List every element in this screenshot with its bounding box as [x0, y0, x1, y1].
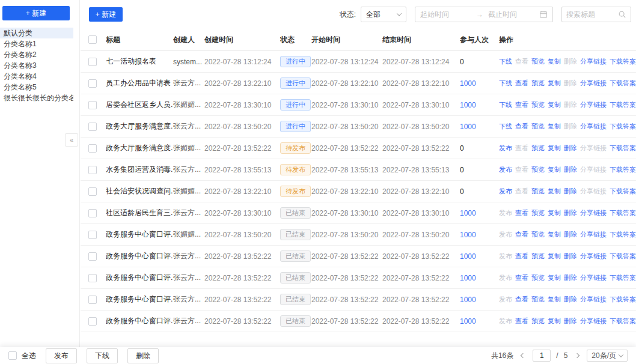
action-copy[interactable]: 复制: [548, 187, 561, 195]
row-checkbox[interactable]: [88, 166, 97, 174]
action-view[interactable]: 查看: [515, 209, 528, 216]
action-view[interactable]: 查看: [515, 296, 528, 303]
page-size-select[interactable]: 20条/页: [587, 350, 628, 362]
sidebar-item-category[interactable]: 分类名称2: [0, 49, 73, 60]
current-page-input[interactable]: 1: [533, 350, 551, 362]
participants-count[interactable]: 1000: [460, 101, 476, 109]
row-checkbox[interactable]: [88, 231, 97, 239]
row-checkbox[interactable]: [88, 209, 97, 217]
action-share-link[interactable]: 分享链接: [580, 296, 607, 303]
action-delete[interactable]: 删除: [564, 274, 577, 281]
action-preview[interactable]: 预览: [531, 187, 545, 195]
participants-count[interactable]: 1000: [460, 209, 476, 217]
action-download-answers[interactable]: 下载答案: [610, 231, 636, 238]
participants-count[interactable]: 1000: [460, 79, 476, 88]
action-share-link[interactable]: 分享链接: [580, 58, 607, 65]
sidebar-item-category[interactable]: 分类名称3: [0, 60, 73, 71]
action-copy[interactable]: 复制: [548, 79, 561, 86]
action-copy[interactable]: 复制: [548, 58, 561, 65]
participants-count[interactable]: 1000: [460, 123, 476, 131]
new-form-button[interactable]: + 新建: [89, 7, 123, 22]
action-copy[interactable]: 复制: [548, 144, 561, 151]
action-share-link[interactable]: 分享链接: [580, 123, 607, 130]
action-download-answers[interactable]: 下载答案: [610, 317, 636, 324]
action-share-link[interactable]: 分享链接: [580, 252, 607, 259]
action-copy[interactable]: 复制: [548, 209, 561, 216]
action-offline[interactable]: 下线: [499, 101, 512, 108]
next-page-button[interactable]: [573, 350, 581, 362]
action-preview[interactable]: 预览: [531, 144, 545, 151]
bulk-offline-button[interactable]: 下线: [87, 348, 118, 363]
action-preview[interactable]: 预览: [531, 58, 545, 65]
action-delete[interactable]: 删除: [564, 231, 577, 238]
action-delete[interactable]: 删除: [564, 187, 577, 195]
participants-count[interactable]: 1000: [460, 252, 476, 261]
action-delete[interactable]: 删除: [564, 296, 577, 303]
action-delete[interactable]: 删除: [564, 209, 577, 216]
action-download-answers[interactable]: 下载答案: [610, 144, 636, 151]
action-share-link[interactable]: 分享链接: [580, 79, 607, 86]
action-download-answers[interactable]: 下载答案: [610, 296, 636, 303]
row-checkbox[interactable]: [88, 317, 97, 326]
action-offline[interactable]: 下线: [499, 123, 512, 130]
action-view[interactable]: 查看: [515, 252, 528, 259]
action-preview[interactable]: 预览: [531, 317, 545, 324]
select-all-rows-checkbox[interactable]: [88, 35, 97, 44]
row-checkbox[interactable]: [88, 58, 97, 66]
action-download-answers[interactable]: 下载答案: [610, 79, 636, 86]
action-publish[interactable]: 发布: [499, 187, 512, 195]
action-preview[interactable]: 预览: [531, 231, 545, 238]
action-share-link[interactable]: 分享链接: [580, 231, 607, 238]
row-checkbox[interactable]: [88, 144, 97, 153]
action-preview[interactable]: 预览: [531, 166, 545, 173]
action-copy[interactable]: 复制: [548, 252, 561, 259]
action-copy[interactable]: 复制: [548, 101, 561, 108]
action-download-answers[interactable]: 下载答案: [610, 123, 636, 130]
row-checkbox[interactable]: [88, 274, 97, 282]
action-copy[interactable]: 复制: [548, 231, 561, 238]
sidebar-item-category[interactable]: 默认分类: [0, 28, 73, 38]
new-category-button[interactable]: + 新建: [2, 6, 70, 20]
action-download-answers[interactable]: 下载答案: [610, 274, 636, 281]
action-copy[interactable]: 复制: [548, 166, 561, 173]
action-preview[interactable]: 预览: [531, 123, 545, 130]
sidebar-item-category[interactable]: 分类名称4: [0, 71, 73, 82]
action-delete[interactable]: 删除: [564, 317, 577, 324]
action-delete[interactable]: 删除: [564, 166, 577, 173]
action-offline[interactable]: 下线: [499, 79, 512, 86]
action-preview[interactable]: 预览: [531, 252, 545, 259]
action-download-answers[interactable]: 下载答案: [610, 166, 636, 173]
row-checkbox[interactable]: [88, 79, 97, 88]
collapse-sidebar-button[interactable]: «: [65, 133, 78, 147]
participants-count[interactable]: 1000: [460, 296, 476, 304]
sidebar-item-category[interactable]: 分类名称5: [0, 82, 73, 93]
action-view[interactable]: 查看: [515, 274, 528, 281]
bulk-delete-button[interactable]: 删除: [127, 348, 159, 363]
action-download-answers[interactable]: 下载答案: [610, 101, 636, 108]
row-checkbox[interactable]: [88, 252, 97, 261]
action-delete[interactable]: 删除: [564, 252, 577, 259]
bulk-publish-button[interactable]: 发布: [46, 348, 77, 363]
participants-count[interactable]: 1000: [460, 231, 476, 239]
date-range-picker[interactable]: 起始时间 → 截止时间: [415, 7, 553, 22]
action-view[interactable]: 查看: [515, 317, 528, 324]
action-copy[interactable]: 复制: [548, 317, 561, 324]
participants-count[interactable]: 1000: [460, 317, 476, 326]
sidebar-item-category[interactable]: 很长很长很长的分类名称...: [0, 93, 73, 103]
action-share-link[interactable]: 分享链接: [580, 209, 607, 216]
action-preview[interactable]: 预览: [531, 79, 545, 86]
select-all-checkbox[interactable]: [8, 351, 17, 360]
action-share-link[interactable]: 分享链接: [580, 317, 607, 324]
row-checkbox[interactable]: [88, 296, 97, 304]
search-input[interactable]: [566, 10, 618, 19]
prev-page-button[interactable]: [519, 350, 527, 362]
action-copy[interactable]: 复制: [548, 123, 561, 130]
search-icon[interactable]: [618, 10, 626, 19]
action-copy[interactable]: 复制: [548, 274, 561, 281]
action-publish[interactable]: 发布: [499, 166, 512, 173]
row-checkbox[interactable]: [88, 123, 97, 131]
action-preview[interactable]: 预览: [531, 296, 545, 303]
action-offline[interactable]: 下线: [499, 58, 512, 65]
action-view[interactable]: 查看: [515, 231, 528, 238]
action-delete[interactable]: 删除: [564, 144, 577, 151]
